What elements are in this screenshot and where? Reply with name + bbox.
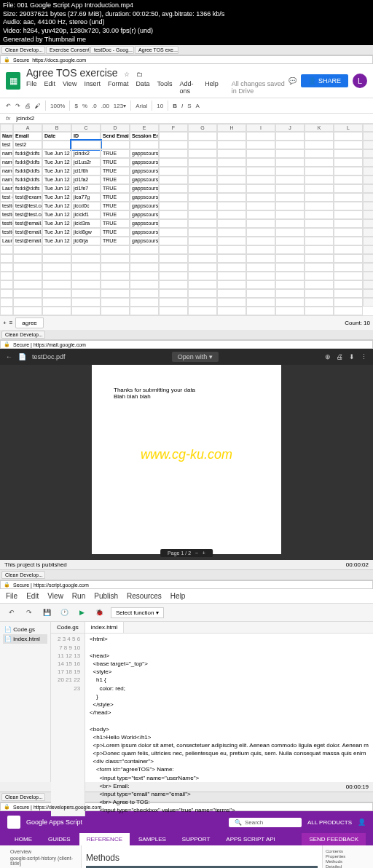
data-cell[interactable]: gappscourses@gmail.com [130,158,159,167]
empty-cell[interactable] [334,272,363,280]
data-cell[interactable] [305,228,334,237]
data-cell[interactable]: test2 [13,141,42,149]
data-cell[interactable]: jci1fa2 [71,175,101,184]
data-cell[interactable] [101,141,130,149]
empty-cell[interactable] [188,272,217,280]
data-cell[interactable]: name [0,175,13,184]
empty-cell[interactable] [42,298,71,307]
empty-cell[interactable] [42,254,71,263]
data-cell[interactable] [188,167,217,175]
header-cell[interactable]: Send Email [101,132,130,141]
header-cell[interactable] [217,132,246,141]
data-cell[interactable]: fsdd@ddfs [13,158,42,167]
browser-tab[interactable]: Exercise Consent [46,46,90,54]
menu-addons[interactable]: Add-ons [179,80,197,95]
back-icon[interactable]: ← [6,353,12,360]
data-cell[interactable] [188,219,217,228]
data-cell[interactable]: Tue Jun 12 2018 [42,158,71,167]
percent-icon[interactable]: % [82,103,87,109]
undo-icon[interactable]: ↶ [6,103,11,109]
download-icon[interactable]: ⬇ [349,353,355,360]
empty-cell[interactable] [101,254,130,263]
data-cell[interactable] [246,158,275,167]
column-header[interactable] [0,124,13,132]
column-header[interactable]: C [71,124,101,132]
google-logo-icon[interactable] [7,816,20,829]
data-cell[interactable] [159,158,188,167]
empty-cell[interactable] [305,298,334,307]
folder-icon[interactable]: 🗀 [136,71,143,78]
row-header[interactable]: 21 [363,298,373,307]
row-header[interactable]: 15 [363,245,373,254]
row-header[interactable]: 10 [363,202,373,210]
empty-cell[interactable] [13,272,42,280]
empty-cell[interactable] [246,254,275,263]
data-cell[interactable]: Laurence [0,237,13,245]
code-editor[interactable]: <html> <head> <base target="_top"> <styl… [85,634,373,816]
empty-cell[interactable] [188,254,217,263]
empty-cell[interactable] [0,254,13,263]
data-cell[interactable] [188,237,217,245]
data-cell[interactable] [159,193,188,202]
empty-cell[interactable] [217,298,246,307]
empty-cell[interactable] [188,245,217,254]
data-cell[interactable]: jicid8gw [71,228,101,237]
nav-reference[interactable]: REFERENCE [79,833,130,845]
data-cell[interactable] [217,167,246,175]
data-cell[interactable] [246,175,275,184]
row-header[interactable]: 3 [363,141,373,149]
data-cell[interactable]: Tue Jun 12 2018 [42,237,71,245]
empty-cell[interactable] [217,289,246,298]
row-header[interactable]: 4 [363,149,373,158]
undo-icon[interactable]: ↶ [6,607,17,618]
data-cell[interactable]: Tue Jun 12 2018 [42,167,71,175]
row-header[interactable]: 5 [363,158,373,167]
data-cell[interactable] [217,175,246,184]
empty-cell[interactable] [13,280,42,289]
browser-tab[interactable]: Agree TOS exe... [135,46,178,54]
empty-cell[interactable] [101,289,130,298]
menu-data[interactable]: Data [136,80,149,95]
empty-cell[interactable] [159,272,188,280]
data-cell[interactable]: TRUE [101,193,130,202]
nav-samples[interactable]: SAMPLES [131,833,173,845]
data-cell[interactable] [217,219,246,228]
browser-tab[interactable]: Clean Develop... [1,793,45,801]
empty-cell[interactable] [130,263,159,272]
data-cell[interactable] [159,219,188,228]
header-cell[interactable] [246,132,275,141]
italic-icon[interactable]: I [181,103,183,109]
data-cell[interactable] [159,237,188,245]
empty-cell[interactable] [0,298,13,307]
empty-cell[interactable] [305,280,334,289]
textcolor-icon[interactable]: A [195,103,199,109]
empty-cell[interactable] [0,272,13,280]
column-header[interactable]: A [13,124,42,132]
data-cell[interactable] [188,210,217,219]
data-cell[interactable]: gappscourses@gmail.com [130,237,159,245]
data-cell[interactable] [275,158,305,167]
data-cell[interactable] [188,184,217,193]
empty-cell[interactable] [0,289,13,298]
empty-cell[interactable] [71,298,101,307]
empty-cell[interactable] [159,307,188,315]
header-cell[interactable] [275,132,305,141]
empty-cell[interactable] [217,263,246,272]
data-cell[interactable]: name [0,167,13,175]
menu-tools[interactable]: Tools [157,80,172,95]
empty-cell[interactable] [217,245,246,254]
run-icon[interactable]: ▶ [76,607,87,618]
data-cell[interactable] [334,193,363,202]
data-cell[interactable]: gappscourses@gmail.com [130,184,159,193]
data-cell[interactable]: testtest [0,202,13,210]
data-cell[interactable] [217,210,246,219]
empty-cell[interactable] [159,263,188,272]
pdf-pager[interactable]: Page 1 / 2 − + [160,549,213,557]
row-header[interactable]: 11 [363,210,373,219]
column-header[interactable]: L [334,124,363,132]
data-cell[interactable]: TRUE [101,175,130,184]
column-header[interactable]: H [217,124,246,132]
data-cell[interactable] [246,193,275,202]
row-header[interactable]: 12 [363,219,373,228]
data-cell[interactable] [188,228,217,237]
